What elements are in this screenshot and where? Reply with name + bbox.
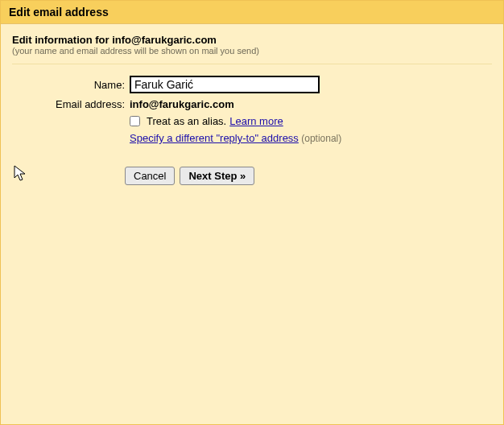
button-row: Cancel Next Step » (125, 167, 492, 185)
name-input[interactable] (130, 76, 320, 93)
dialog-title: Edit email address (1, 1, 503, 24)
reply-to-link[interactable]: Specify a different "reply-to" address (130, 132, 299, 144)
subheader-secondary: (your name and email address will be sho… (12, 46, 492, 56)
alias-checkbox[interactable] (130, 116, 140, 126)
name-label: Name: (12, 79, 130, 91)
row-name: Name: (12, 76, 492, 93)
email-label: Email address: (12, 98, 130, 110)
next-step-button[interactable]: Next Step » (180, 167, 254, 185)
form-area: Name: Email address: info@farukgaric.com… (12, 76, 492, 185)
email-value: info@farukgaric.com (130, 98, 234, 110)
row-email: Email address: info@farukgaric.com (12, 98, 492, 110)
learn-more-link[interactable]: Learn more (229, 115, 283, 127)
row-replyto: Specify a different "reply-to" address (… (12, 132, 492, 144)
alias-checkbox-label: Treat as an alias. (147, 115, 226, 127)
dialog-window: Edit email address Edit information for … (0, 0, 504, 425)
separator (12, 64, 492, 64)
dialog-content: Edit information for info@farukgaric.com… (1, 24, 503, 193)
row-alias: Treat as an alias. Learn more (12, 115, 492, 127)
subheader-primary: Edit information for info@farukgaric.com (12, 34, 492, 46)
optional-text: (optional) (299, 133, 341, 144)
cancel-button[interactable]: Cancel (125, 167, 175, 185)
